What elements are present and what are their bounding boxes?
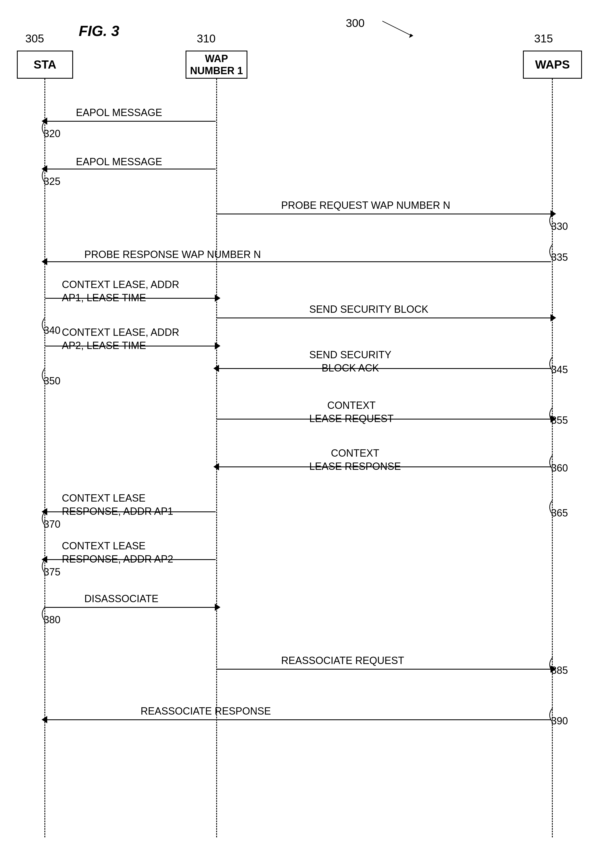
svg-marker-11 — [213, 463, 219, 470]
svg-marker-8 — [215, 342, 220, 350]
ref-320: 320 — [44, 128, 61, 140]
label-m1: EAPOL MESSAGE — [76, 107, 162, 119]
ref-315: 315 — [534, 32, 553, 45]
arrowhead-m8 — [213, 365, 220, 372]
arrowhead-m5 — [213, 295, 220, 302]
label-m14: REASSOCIATE REQUEST — [281, 655, 404, 667]
label-m2: EAPOL MESSAGE — [76, 156, 162, 168]
label-m4: PROBE RESPONSE WAP NUMBER N — [84, 249, 261, 261]
label-m5: CONTEXT LEASE, ADDRAP1, LEASE TIME — [62, 278, 179, 305]
arrow-m14 — [217, 669, 551, 670]
ref-335: 335 — [551, 251, 568, 263]
ref-370-label: 370 — [44, 519, 61, 530]
arrowhead-m10 — [213, 463, 220, 470]
arrowhead-m4 — [42, 258, 48, 265]
svg-marker-16 — [42, 716, 47, 723]
svg-marker-6 — [215, 295, 220, 302]
arrowhead-m6 — [549, 314, 556, 322]
arrow-m4 — [45, 261, 551, 262]
arrow-m13 — [45, 607, 216, 608]
svg-marker-7 — [550, 314, 556, 322]
arrowhead-m15 — [42, 716, 48, 723]
svg-marker-1 — [409, 34, 413, 38]
wap1-lifeline — [216, 79, 217, 837]
label-m8: SEND SECURITYBLOCK ACK — [309, 348, 391, 375]
diagram: FIG. 3 305 310 300 315 STA WAPNUMBER 1 W… — [0, 0, 616, 859]
svg-line-0 — [382, 21, 411, 35]
ref-390: 390 — [551, 715, 568, 727]
arrow-m6 — [217, 317, 551, 319]
label-m6: SEND SECURITY BLOCK — [309, 303, 428, 315]
ref-330: 330 — [551, 220, 568, 233]
label-m10: CONTEXTLEASE RESPONSE — [309, 447, 401, 473]
label-m15: REASSOCIATE RESPONSE — [141, 705, 271, 717]
arrow-m2 — [45, 169, 216, 169]
sta-box: STA — [17, 51, 73, 79]
arrow-m3 — [217, 214, 551, 214]
ref-365: 365 — [551, 507, 568, 519]
ref-340: 340 — [44, 325, 61, 336]
waps-box: WAPS — [523, 51, 582, 79]
ref-355: 355 — [551, 414, 568, 426]
ref-360: 360 — [551, 462, 568, 474]
label-m12: CONTEXT LEASERESPONSE, ADDR AP2 — [62, 539, 173, 566]
ref-380: 380 — [44, 614, 61, 626]
svg-marker-14 — [215, 604, 220, 611]
svg-marker-9 — [213, 365, 219, 372]
ref-310: 310 — [197, 32, 216, 45]
arrow-m15 — [45, 719, 551, 720]
arrowhead-m13 — [213, 604, 220, 611]
arrow-m1 — [45, 121, 216, 122]
label-m3: PROBE REQUEST WAP NUMBER N — [281, 200, 450, 211]
arrowhead-m7 — [213, 342, 220, 350]
label-m7: CONTEXT LEASE, ADDRAP2, LEASE TIME — [62, 326, 179, 352]
ref-385: 385 — [551, 665, 568, 676]
ref-305: 305 — [25, 32, 44, 45]
ref-345: 345 — [551, 364, 568, 376]
wap1-box: WAPNUMBER 1 — [186, 51, 247, 79]
label-m13: DISASSOCIATE — [84, 593, 158, 605]
ref-350: 350 — [44, 375, 61, 387]
sta-lifeline — [44, 79, 45, 837]
figure-title: FIG. 3 — [79, 22, 119, 39]
label-m9: CONTEXTLEASE REQUEST — [309, 399, 394, 425]
svg-marker-5 — [42, 258, 47, 265]
ref-375: 375 — [44, 566, 61, 578]
ref-325: 325 — [44, 176, 61, 187]
label-m11: CONTEXT LEASERESPONSE, ADDR AP1 — [62, 492, 173, 518]
